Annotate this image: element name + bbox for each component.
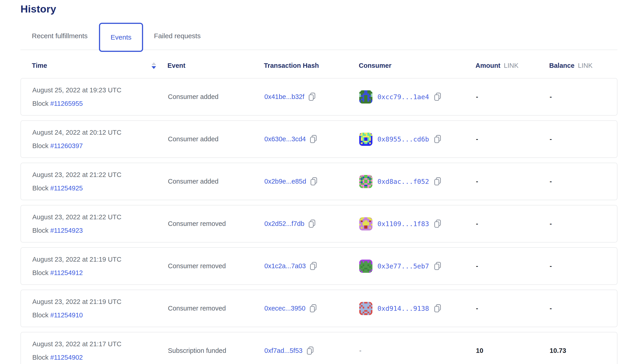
block-label: Block — [32, 354, 48, 361]
consumer-cell: 0x3e77...5eb7 — [359, 260, 476, 273]
transaction-hash-link[interactable]: 0x41be...b32f — [264, 93, 304, 100]
copy-icon[interactable] — [434, 92, 441, 101]
event-timestamp: August 25, 2022 at 19:23 UTC — [32, 86, 168, 94]
event-type: Consumer added — [168, 93, 264, 100]
event-row-card: August 23, 2022 at 21:17 UTC Block #1125… — [20, 332, 618, 364]
tab-failed-requests[interactable]: Failed requests — [148, 22, 206, 49]
block-line: Block #11260397 — [32, 142, 168, 150]
consumer-address-link[interactable]: 0x1109...1f83 — [378, 220, 429, 228]
copy-icon[interactable] — [434, 220, 441, 228]
block-number-link[interactable]: #11254925 — [50, 184, 83, 192]
transaction-hash-link[interactable]: 0x630e...3cd4 — [264, 135, 306, 143]
history-table-body: August 25, 2022 at 19:23 UTC Block #1126… — [20, 78, 618, 364]
consumer-cell-filled: 0x8955...cd6b — [359, 133, 441, 146]
event-type: Consumer added — [168, 135, 264, 143]
block-line: Block #11254902 — [32, 354, 168, 361]
copy-icon[interactable] — [310, 177, 317, 186]
copy-icon[interactable] — [434, 304, 441, 312]
event-type: Consumer removed — [168, 304, 264, 312]
transaction-hash-link[interactable]: 0x2d52...f7db — [264, 220, 304, 228]
consumer-cell-filled: 0xd914...9138 — [359, 302, 441, 315]
sort-asc-icon — [152, 62, 156, 65]
amount-cell: - — [476, 135, 550, 143]
transaction-hash-link[interactable]: 0x2b9e...e85d — [264, 178, 306, 185]
block-number-link[interactable]: #11254912 — [50, 269, 83, 276]
consumer-cell: 0x8955...cd6b — [359, 133, 476, 146]
time-cell: August 23, 2022 at 21:22 UTC Block #1125… — [21, 214, 168, 234]
transaction-hash-link[interactable]: 0xf7ad...5f53 — [264, 347, 302, 354]
consumer-avatar — [359, 217, 372, 230]
consumer-cell: 0xd914...9138 — [359, 302, 476, 315]
consumer-address-link[interactable]: 0x8955...cd6b — [378, 135, 429, 143]
consumer-avatar — [359, 90, 372, 104]
amount-cell: - — [476, 304, 550, 312]
sort-control[interactable] — [152, 62, 156, 69]
tab-events[interactable]: Events — [99, 23, 143, 52]
copy-icon[interactable] — [434, 135, 441, 143]
event-timestamp: August 23, 2022 at 21:22 UTC — [32, 214, 168, 221]
block-number-link[interactable]: #11260397 — [50, 142, 83, 150]
consumer-cell-filled: 0x3e77...5eb7 — [359, 260, 441, 273]
block-number-link[interactable]: #11254902 — [50, 354, 83, 361]
transaction-hash-link[interactable]: 0xecec...3950 — [264, 304, 306, 312]
copy-icon[interactable] — [308, 92, 316, 101]
consumer-avatar — [359, 133, 372, 146]
consumer-cell-filled: 0xd8ac...f052 — [359, 175, 441, 188]
balance-cell: - — [550, 220, 618, 228]
amount-cell: 10 — [476, 347, 550, 354]
table-row: August 23, 2022 at 21:22 UTC Block #1125… — [21, 206, 617, 242]
column-header-consumer: Consumer — [359, 62, 476, 70]
history-tabs: Recent fulfillments Events Failed reques… — [20, 22, 618, 50]
consumer-avatar — [359, 260, 372, 273]
event-row-card: August 23, 2022 at 21:22 UTC Block #1125… — [20, 205, 618, 242]
block-line: Block #11254912 — [32, 269, 168, 277]
block-label: Block — [32, 184, 48, 192]
column-header-time[interactable]: Time — [20, 62, 168, 70]
block-label: Block — [32, 312, 48, 319]
table-row: August 23, 2022 at 21:19 UTC Block #1125… — [21, 290, 617, 327]
consumer-address-link[interactable]: 0x3e77...5eb7 — [378, 262, 429, 270]
event-timestamp: August 23, 2022 at 21:22 UTC — [32, 171, 168, 178]
copy-icon[interactable] — [310, 135, 317, 143]
transaction-hash-cell: 0x630e...3cd4 — [264, 135, 359, 143]
table-row: August 25, 2022 at 19:23 UTC Block #1126… — [21, 78, 617, 115]
consumer-cell-filled: 0x1109...1f83 — [359, 217, 441, 230]
copy-icon[interactable] — [310, 262, 317, 270]
transaction-hash-cell: 0x1c2a...7a03 — [264, 262, 359, 270]
copy-icon[interactable] — [308, 220, 316, 228]
column-header-event: Event — [168, 62, 264, 70]
copy-icon[interactable] — [434, 262, 441, 270]
consumer-avatar — [359, 302, 372, 315]
table-row: August 23, 2022 at 21:17 UTC Block #1125… — [21, 332, 617, 364]
consumer-address-link[interactable]: 0xd914...9138 — [378, 304, 429, 312]
event-timestamp: August 23, 2022 at 21:19 UTC — [32, 298, 168, 306]
block-line: Block #11254910 — [32, 312, 168, 319]
copy-icon[interactable] — [310, 304, 317, 312]
block-number-link[interactable]: #11254910 — [50, 312, 83, 319]
tab-recent-fulfillments[interactable]: Recent fulfillments — [20, 22, 94, 49]
event-type: Consumer removed — [168, 220, 264, 228]
transaction-hash-cell: 0x2d52...f7db — [264, 220, 359, 228]
copy-icon[interactable] — [434, 177, 441, 186]
event-type: Consumer added — [168, 178, 264, 185]
consumer-address-link[interactable]: 0xd8ac...f052 — [378, 178, 429, 186]
transaction-hash-link[interactable]: 0x1c2a...7a03 — [264, 262, 306, 270]
transaction-hash-cell: 0xf7ad...5f53 — [264, 346, 359, 355]
table-row: August 23, 2022 at 21:22 UTC Block #1125… — [21, 163, 617, 200]
consumer-cell: - — [359, 347, 476, 354]
consumer-cell-filled: 0xcc79...1ae4 — [359, 90, 441, 104]
block-number-link[interactable]: #11254923 — [50, 227, 83, 234]
copy-icon[interactable] — [307, 346, 314, 355]
time-cell: August 23, 2022 at 21:19 UTC Block #1125… — [21, 298, 168, 319]
time-cell: August 23, 2022 at 21:17 UTC Block #1125… — [21, 340, 168, 361]
amount-cell: - — [476, 178, 550, 185]
balance-cell: - — [550, 304, 618, 312]
consumer-avatar — [359, 175, 372, 188]
transaction-hash-cell: 0x41be...b32f — [264, 92, 359, 101]
consumer-address-link[interactable]: 0xcc79...1ae4 — [378, 93, 429, 101]
time-cell: August 25, 2022 at 19:23 UTC Block #1126… — [21, 86, 168, 108]
block-number-link[interactable]: #11265955 — [50, 100, 83, 107]
event-timestamp: August 24, 2022 at 20:12 UTC — [32, 129, 168, 136]
block-line: Block #11265955 — [32, 100, 168, 108]
consumer-empty: - — [359, 347, 362, 354]
